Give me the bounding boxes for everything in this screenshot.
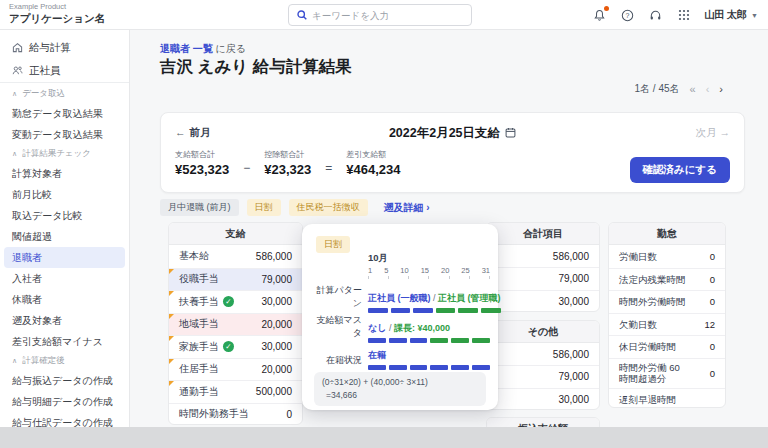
table-row[interactable]: 30,000 xyxy=(487,388,599,410)
table-row[interactable]: 地域手当 20,000 xyxy=(169,313,302,336)
sidebar-item-hendo-import[interactable]: 変動データ取込結果 xyxy=(0,124,129,145)
sidebar: 給与計算 正社員 ∧ データ取込 勤怠データ取込結果 変動データ取込結果 ∧ 計… xyxy=(0,30,130,448)
popup-tag-daily-proration: 日割 xyxy=(316,236,350,253)
chevron-up-icon: ∧ xyxy=(12,90,17,98)
pagination-next-icon[interactable]: › xyxy=(719,83,723,95)
edited-corner-icon xyxy=(169,314,174,319)
sidebar-item-negative-pay[interactable]: 差引支給額マイナス xyxy=(0,331,129,352)
sidebar-item-retirees[interactable]: 退職者 xyxy=(4,247,125,268)
search-input[interactable] xyxy=(312,10,471,21)
sidebar-item-payslip-data[interactable]: 給与明細データの作成 xyxy=(0,391,129,412)
table-row[interactable]: 欠勤日数12 xyxy=(609,313,725,336)
formula-result: =34,666 xyxy=(322,389,478,402)
product-name: Example Product xyxy=(9,3,105,12)
svg-text:?: ? xyxy=(626,11,630,18)
table-row[interactable]: 扶養手当✓ 30,000 xyxy=(169,290,302,313)
sidebar-item-payroll[interactable]: 給与計算 xyxy=(0,36,129,59)
sidebar-item-targets[interactable]: 計算対象者 xyxy=(0,163,129,184)
table-row[interactable]: 家族手当✓ 30,000 xyxy=(169,335,302,358)
tag-row: 月中退職 (前月) 日割 住民税一括徴収 遡及詳細 › xyxy=(160,199,430,216)
help-icon[interactable]: ? xyxy=(620,8,635,23)
sidebar-section-data-import[interactable]: ∧ データ取込 xyxy=(0,85,129,103)
summary-stats: 支給額合計 ¥523,323 − 控除額合計 ¥23,323 = 差引支給額 ¥… xyxy=(175,149,401,177)
header-bar: Example Product アプリケーション名 ? 山田 太郎 ▼ xyxy=(0,0,768,30)
popup-row-enrollment: 在籍状況 在籍 xyxy=(314,344,490,370)
notification-bell-icon[interactable] xyxy=(592,8,607,23)
table-row[interactable]: 時間外労働 60時間超過分 0 xyxy=(609,358,725,388)
sidebar-section-check[interactable]: ∧ 計算結果チェック xyxy=(0,145,129,163)
sidebar-item-import-compare[interactable]: 取込データ比較 xyxy=(0,205,129,226)
pagination-first-icon[interactable]: « xyxy=(690,83,696,95)
minus-sign: − xyxy=(243,161,250,177)
main-content: 退職者 一覧 に戻る 吉沢 えみり 給与計算結果 1名 / 45名 « ‹ › … xyxy=(130,30,768,448)
pagination-count: 1名 / 45名 xyxy=(635,82,680,96)
table-row[interactable]: 役職手当 79,000 xyxy=(169,268,302,291)
sidebar-item-retroactive[interactable]: 遡及対象者 xyxy=(0,310,129,331)
tag-mid-month-retirement: 月中退職 (前月) xyxy=(160,199,239,216)
table-row[interactable]: 遅刻早退時間 xyxy=(609,388,725,409)
app-logo[interactable]: Example Product アプリケーション名 xyxy=(9,3,105,24)
breadcrumb-back-link[interactable]: 退職者 一覧 xyxy=(160,43,213,54)
table-row[interactable]: 住居手当 20,000 xyxy=(169,358,302,381)
sidebar-item-on-leave[interactable]: 休職者 xyxy=(0,289,129,310)
pagination-prev-icon[interactable]: ‹ xyxy=(706,83,710,95)
sidebar-item-employees[interactable]: 正社員 xyxy=(0,59,129,82)
table-row[interactable]: 休日労働時間0 xyxy=(609,335,725,358)
table-row[interactable]: 586,000 xyxy=(487,245,599,267)
pagination: 1名 / 45名 « ‹ › xyxy=(635,82,724,96)
totals-table: 合計項目 586,000 79,000 30,000 xyxy=(486,222,600,312)
popup-scale-ticks xyxy=(368,276,490,279)
user-name: 山田 太郎 xyxy=(704,8,747,22)
sidebar-item-kintai-import[interactable]: 勤怠データ取込結果 xyxy=(0,103,129,124)
confirm-button[interactable]: 確認済みにする xyxy=(630,157,730,183)
user-menu[interactable]: 山田 太郎 ▼ xyxy=(704,8,758,22)
timeline-bar xyxy=(368,338,490,343)
bottom-cutoff-band xyxy=(0,427,768,448)
tag-resident-tax: 住民税一括徴収 xyxy=(289,199,368,216)
popup-day-scale: 151015202531 xyxy=(368,266,490,275)
caret-down-icon: ▼ xyxy=(751,12,758,19)
table-row[interactable]: 時間外労働時間0 xyxy=(609,290,725,313)
table-row[interactable]: 79,000 xyxy=(487,267,599,289)
table-row[interactable]: 法定内残業時間0 xyxy=(609,268,725,291)
sidebar-item-threshold[interactable]: 閾値超過 xyxy=(0,226,129,247)
stat-net-payment: 差引支給額 ¥464,234 xyxy=(346,149,400,177)
edited-corner-icon xyxy=(169,291,174,296)
arrow-right-icon: → xyxy=(720,126,731,138)
stat-total-deduction: 控除額合計 ¥23,323 xyxy=(264,149,311,177)
payment-table: 支給 基本給 586,000 役職手当 79,000 扶養手当✓ 30,000 … xyxy=(168,222,303,425)
table-row[interactable]: 586,000 xyxy=(487,343,599,365)
others-table-header: その他 xyxy=(487,321,599,343)
sidebar-item-transfer-data[interactable]: 給与振込データの作成 xyxy=(0,370,129,391)
edited-corner-icon xyxy=(169,381,174,386)
popup-row-pay-master: 支給額マスタ なし / 課長: ¥40,000 xyxy=(314,314,490,343)
table-row[interactable]: 労働日数0 xyxy=(609,245,725,268)
sidebar-item-prev-month[interactable]: 前月比較 xyxy=(0,184,129,205)
next-month-button[interactable]: 次月 → xyxy=(696,126,730,140)
calendar-icon[interactable] xyxy=(505,127,516,138)
chevron-up-icon: ∧ xyxy=(12,150,17,158)
search-bar[interactable] xyxy=(288,4,472,26)
popup-row-calc-pattern: 計算パターン 正社員 (一般職) / 正社員 (管理職) xyxy=(314,284,490,313)
retroactive-detail-link[interactable]: 遡及詳細 › xyxy=(384,201,430,215)
daily-proration-popup: 日割 10月 151015202531 計算パターン 正社員 (一般職) / 正… xyxy=(302,224,498,410)
totals-table-header: 合計項目 xyxy=(487,223,599,245)
sidebar-divider xyxy=(0,82,129,83)
pay-date: 2022年2月25日支給 xyxy=(161,125,744,142)
sidebar-item-new-hires[interactable]: 入社者 xyxy=(0,268,129,289)
formula-box: (0÷31×20) + (40,000÷ 3×11) =34,666 xyxy=(314,372,486,406)
check-circle-icon: ✓ xyxy=(223,296,234,307)
headset-icon[interactable] xyxy=(648,8,663,23)
apps-grid-icon[interactable] xyxy=(676,8,691,23)
table-row[interactable]: 時間外勤務手当 0 xyxy=(169,403,302,426)
sidebar-section-after-fix[interactable]: ∧ 計算確定後 xyxy=(0,352,129,370)
table-row[interactable]: 30,000 xyxy=(487,290,599,312)
tag-daily-proration: 日割 xyxy=(247,199,281,216)
table-row[interactable]: 基本給 586,000 xyxy=(169,245,302,268)
attendance-table-header: 勤怠 xyxy=(609,223,725,245)
search-icon xyxy=(297,10,307,20)
table-row[interactable]: 通勤手当 500,000 xyxy=(169,380,302,403)
edited-corner-icon xyxy=(169,359,174,364)
table-row[interactable]: 79,000 xyxy=(487,365,599,387)
tables-row: 支給 基本給 586,000 役職手当 79,000 扶養手当✓ 30,000 … xyxy=(160,222,768,448)
